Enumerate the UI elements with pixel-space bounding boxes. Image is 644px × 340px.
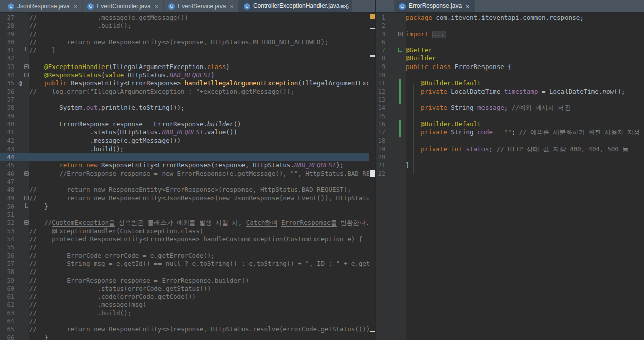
code-line[interactable]: 66 } (0, 334, 375, 340)
line-number[interactable]: 10 (376, 71, 388, 79)
code-line[interactable]: 15 (376, 112, 644, 120)
code-line[interactable]: 57// String msg = e.getId() == null ? e.… (0, 260, 375, 268)
code-line[interactable]: 16 @Builder.Default (376, 120, 644, 128)
line-number[interactable]: 13 (376, 96, 388, 104)
line-number[interactable]: 8 (376, 54, 388, 62)
code-line[interactable]: 62// .message(msg) (0, 301, 375, 309)
line-number[interactable]: 27 (0, 14, 17, 22)
line-number[interactable]: 65 (0, 325, 17, 333)
code-line[interactable]: 9public class ErrorResponse { (376, 63, 644, 71)
code-line[interactable]: 41 .status(HttpStatus.BAD_REQUEST.value(… (0, 128, 375, 137)
code-line[interactable]: 63// .build(); (0, 309, 375, 317)
code-line[interactable]: 20 (376, 153, 644, 161)
fold-collapse-icon[interactable]: − (24, 73, 29, 77)
line-number[interactable]: 58 (0, 268, 17, 276)
code-line[interactable]: 21} (376, 161, 644, 169)
code-line[interactable]: 36// log.error("IllegalArgumentException… (0, 88, 375, 96)
line-number[interactable]: 52 (0, 219, 17, 227)
line-number[interactable]: 33 (0, 63, 17, 71)
code-line[interactable]: 55// (0, 243, 375, 251)
stripe-mark-dash[interactable] (370, 55, 375, 57)
stripe-mark-warnbox[interactable] (370, 14, 375, 19)
code-line[interactable]: 14 private String message; //예외 메시지 저장 (376, 104, 644, 112)
code-line[interactable]: 49−// return new ResponseEntity<JsonResp… (0, 194, 375, 202)
line-number[interactable]: 34 (0, 71, 17, 79)
code-line[interactable]: 7@Getter (376, 46, 644, 54)
hidden-tabs-indicator[interactable]: ≡ 6 (340, 0, 349, 13)
code-line[interactable]: 42 .message(e.getMessage()) (0, 137, 375, 145)
line-number[interactable]: 47 (0, 178, 17, 186)
code-line[interactable]: 65// return new ResponseEntity<>(respons… (0, 325, 375, 333)
line-number[interactable]: 44 (0, 153, 17, 161)
code-line[interactable]: 28// .build(); (0, 22, 375, 30)
code-line[interactable]: 46− //ErrorResponse response = new Error… (0, 170, 375, 178)
line-number[interactable]: 55 (0, 243, 17, 251)
line-number[interactable]: 14 (376, 104, 388, 112)
close-tab-icon[interactable]: × (155, 3, 159, 10)
line-number[interactable]: 37 (0, 96, 17, 104)
code-line[interactable]: 10 (376, 71, 644, 79)
line-number[interactable]: 22 (376, 170, 388, 178)
line-number[interactable]: 64 (0, 317, 17, 325)
line-number[interactable]: 63 (0, 309, 17, 317)
code-line[interactable]: 13 (376, 96, 644, 104)
line-number[interactable]: 19 (376, 145, 388, 153)
tab-eventservice-java[interactable]: C EventService.java × (164, 0, 239, 12)
code-line[interactable]: 32 (0, 54, 375, 62)
scrollbar-error-stripe[interactable] (369, 13, 375, 340)
close-tab-icon[interactable]: × (230, 3, 234, 10)
line-number[interactable]: 20 (376, 153, 388, 161)
line-number[interactable]: 48 (0, 186, 17, 194)
code-line[interactable]: 29// (0, 30, 375, 38)
code-line[interactable]: 60// .status(errorCode.getStatus()) (0, 285, 375, 293)
code-line[interactable]: 11 @Builder.Default (376, 79, 644, 87)
line-number[interactable]: 43 (0, 145, 17, 153)
line-number[interactable]: 59 (0, 277, 17, 285)
line-number[interactable]: 6 (376, 38, 388, 46)
line-number[interactable]: 1 (376, 14, 388, 22)
tab-errorresponse-java[interactable]: C ErrorResponse.java × (394, 0, 475, 12)
code-line[interactable]: 45 return new ResponseEntity<ErrorRespon… (0, 161, 375, 169)
fold-collapse-icon[interactable]: − (24, 171, 29, 176)
line-number[interactable]: 62 (0, 301, 17, 309)
code-line[interactable]: 27// .message(e.getMessage()) (0, 14, 375, 22)
fold-expand-icon[interactable]: + (398, 32, 403, 36)
code-line[interactable]: 6 (376, 38, 644, 46)
code-line[interactable]: 50 } (0, 202, 375, 211)
editor-splitter[interactable] (375, 0, 376, 340)
code-line[interactable]: 31// } (0, 46, 375, 54)
line-number[interactable]: 21 (376, 161, 388, 169)
vcs-change-bar[interactable] (399, 120, 401, 137)
code-line[interactable]: 54// protected ResponseEntity<ErrorRespo… (0, 235, 375, 243)
line-number[interactable]: 50 (0, 202, 17, 211)
line-number[interactable]: 32 (0, 54, 17, 62)
line-number[interactable]: 18 (376, 137, 388, 145)
line-number[interactable]: 46 (0, 170, 17, 178)
line-number[interactable]: 36 (0, 88, 17, 96)
line-number[interactable]: 61 (0, 293, 17, 301)
line-number[interactable]: 54 (0, 235, 17, 243)
code-line[interactable]: 1package com.itevent.iteventapi.common.r… (376, 14, 644, 22)
code-line[interactable]: 18 (376, 137, 644, 145)
code-line[interactable]: 64// (0, 317, 375, 325)
code-line[interactable]: 39 (0, 112, 375, 120)
code-line[interactable]: 48// return new ResponseEntity<ErrorResp… (0, 186, 375, 194)
code-line[interactable]: 37 (0, 96, 375, 104)
line-number[interactable]: 29 (0, 30, 17, 38)
stripe-mark-dash[interactable] (370, 331, 375, 332)
line-number[interactable]: 51 (0, 211, 17, 219)
fold-collapse-icon[interactable]: − (24, 220, 29, 225)
fold-collapse-icon[interactable]: − (24, 64, 29, 69)
line-number[interactable]: 41 (0, 128, 17, 137)
line-number[interactable]: 66 (0, 334, 17, 340)
stripe-mark-dash[interactable] (370, 28, 375, 29)
left-editor[interactable]: 27// .message(e.getMessage())28// .build… (0, 13, 375, 340)
close-tab-icon[interactable]: × (466, 3, 470, 10)
line-number[interactable]: 45 (0, 161, 17, 169)
code-line[interactable]: 56// ErrorCode errorCode = e.getErrorCod… (0, 252, 375, 260)
code-line[interactable]: 44 (0, 153, 375, 161)
line-number[interactable]: 7 (376, 46, 388, 54)
tab-jsonresponse-java[interactable]: C JsonResponse.java × (3, 0, 83, 12)
code-line[interactable]: 53// @ExceptionHandler(CustomException.c… (0, 227, 375, 235)
stripe-mark-outline[interactable] (370, 170, 375, 177)
